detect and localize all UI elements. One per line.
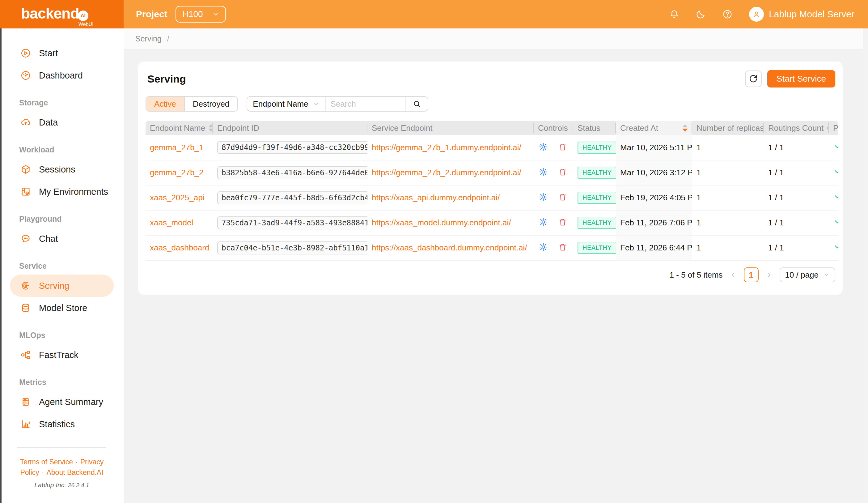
endpoint-delete-button[interactable] <box>557 192 568 202</box>
column-header-status: Status <box>573 121 616 135</box>
expand-row-icon[interactable] <box>833 243 838 251</box>
status-badge: HEALTHY <box>578 217 616 229</box>
endpoint-name-link[interactable]: gemma_27b_2 <box>150 168 203 177</box>
chevron-down-icon <box>313 101 320 107</box>
endpoint-delete-button[interactable] <box>557 167 568 177</box>
sidebar-item-dashboard[interactable]: Dashboard <box>10 64 114 86</box>
sidebar-group-metrics: Metrics <box>0 373 124 391</box>
next-page-button[interactable] <box>765 271 773 279</box>
sidebar-item-data[interactable]: Data <box>10 111 114 134</box>
endpoint-settings-button[interactable] <box>538 167 548 177</box>
endpoint-settings-button[interactable] <box>538 142 548 152</box>
chat-bubble-icon <box>20 234 31 244</box>
logo[interactable]: backend AI WebUI <box>0 0 124 29</box>
endpoint-id-value[interactable]: bca7c04e-b51e-4e3b-8982-abf5110a12d3 <box>217 242 368 255</box>
sidebar-item-label: Serving <box>39 281 69 291</box>
service-endpoint-link[interactable]: https://gemma_27b_1.dummy.endpoint.ai/ <box>372 143 521 152</box>
created-at-value: Feb 19, 2026 4:05 PM <box>620 193 692 202</box>
notifications-bell-icon[interactable] <box>665 5 683 23</box>
routings-value: 1 / 1 <box>768 243 784 252</box>
chevron-down-icon <box>824 272 830 278</box>
search-input[interactable] <box>326 97 406 111</box>
refresh-button[interactable] <box>745 71 762 87</box>
replicas-value: 1 <box>696 243 701 252</box>
service-endpoint-link[interactable]: https://xaas_model.dummy.endpoint.ai/ <box>372 218 511 227</box>
sidebar-group-service: Service <box>0 257 124 275</box>
endpoint-name-link[interactable]: xaas_model <box>150 218 193 227</box>
project-select[interactable]: H100 <box>176 6 226 23</box>
endpoint-delete-button[interactable] <box>557 242 568 252</box>
sidebar-nav: StartDashboardStorageDataWorkloadSession… <box>0 29 124 447</box>
trash-icon <box>558 167 567 176</box>
endpoint-name-link[interactable]: gemma_27b_1 <box>150 143 203 152</box>
layout-gear-icon <box>20 186 31 197</box>
help-icon[interactable] <box>718 5 737 23</box>
sidebar-item-label: Start <box>39 48 58 59</box>
search-icon <box>413 100 421 108</box>
logo-brand: backend <box>21 5 79 22</box>
endpoint-settings-button[interactable] <box>538 242 548 252</box>
service-endpoint-link[interactable]: https://gemma_27b_2.dummy.endpoint.ai/ <box>372 168 521 177</box>
expand-row-icon[interactable] <box>833 142 838 151</box>
avatar <box>749 7 764 22</box>
endpoint-id-value[interactable]: b3825b58-43e6-416a-b6e6-927644de0ca4 <box>217 166 368 179</box>
search-button[interactable] <box>405 97 428 111</box>
endpoint-settings-button[interactable] <box>538 192 548 202</box>
gear-icon <box>539 243 548 252</box>
table-row: xaas_model 735cda71-3ad9-44f9-a583-493e8… <box>146 210 838 235</box>
footer-link-separator: · <box>42 468 44 476</box>
footer-link-about-backend-ai[interactable]: About Backend.AI <box>46 468 103 476</box>
sidebar-item-label: Dashboard <box>39 71 83 81</box>
start-service-button[interactable]: Start Service <box>767 70 835 88</box>
prev-page-button[interactable] <box>730 271 737 279</box>
chevron-down-icon <box>212 11 219 18</box>
sidebar-item-serving[interactable]: Serving <box>10 275 114 297</box>
endpoint-name-link[interactable]: xaas_2025_api <box>150 193 204 202</box>
sidebar-item-model-store[interactable]: Model Store <box>10 297 114 319</box>
sidebar-item-label: Chat <box>39 234 58 244</box>
breadcrumb-item-serving[interactable]: Serving <box>135 34 162 43</box>
table-header-row: Endpoint Name Endpoint ID Service Endpoi… <box>146 121 838 135</box>
sidebar-item-statistics[interactable]: Statistics <box>10 413 114 435</box>
window-scrollbar[interactable] <box>863 29 868 503</box>
expand-row-icon[interactable] <box>833 192 838 201</box>
endpoint-id-value[interactable]: 87d9d4d9-f39f-49d6-a348-cc320cb99c24 <box>217 141 368 154</box>
endpoint-delete-button[interactable] <box>557 217 568 227</box>
page-size-value: 10 / page <box>785 270 818 280</box>
column-header-endpoint-name[interactable]: Endpoint Name <box>146 121 213 135</box>
info-icon[interactable] <box>827 124 829 132</box>
play-circle-icon <box>20 48 31 59</box>
sidebar-group-mlops: MLOps <box>0 327 124 344</box>
sidebar-item-agent-summary[interactable]: Agent Summary <box>10 391 114 413</box>
search-category-select[interactable]: Endpoint Name <box>247 97 325 111</box>
column-header-created-at[interactable]: Created At <box>616 121 692 135</box>
endpoint-id-value[interactable]: bea0fc79-777e-445f-b8d5-6f63d2cb4563 <box>217 191 368 204</box>
expand-row-icon[interactable] <box>833 167 838 176</box>
footer-link-terms-of-service[interactable]: Terms of Service <box>20 458 73 466</box>
endpoint-delete-button[interactable] <box>557 142 568 152</box>
status-badge: HEALTHY <box>578 142 616 154</box>
sidebar-item-fasttrack[interactable]: FastTrack <box>10 344 114 366</box>
dark-mode-moon-icon[interactable] <box>692 5 710 23</box>
flow-nodes-icon <box>20 350 31 360</box>
gear-icon <box>539 192 548 202</box>
user-menu[interactable]: Lablup Model Server <box>749 7 855 22</box>
tab-active[interactable]: Active <box>146 97 184 111</box>
expand-row-icon[interactable] <box>833 217 838 226</box>
service-endpoint-link[interactable]: https://xaas_dashboard.dummy.endpoint.ai… <box>372 243 527 252</box>
card-header: Serving Start Service <box>146 62 838 88</box>
sidebar-item-start[interactable]: Start <box>10 42 114 64</box>
pagination-summary: 1 - 5 of 5 items <box>670 270 723 280</box>
sidebar-item-my-environments[interactable]: My Environments <box>10 181 114 203</box>
status-badge: HEALTHY <box>578 167 616 179</box>
tab-destroyed[interactable]: Destroyed <box>184 97 238 111</box>
service-endpoint-link[interactable]: https://xaas_api.dummy.endpoint.ai/ <box>372 193 500 202</box>
page-number-button[interactable]: 1 <box>744 267 758 282</box>
endpoint-id-value[interactable]: 735cda71-3ad9-44f9-a583-493e888417e8 <box>217 216 368 229</box>
endpoint-name-link[interactable]: xaas_dashboard <box>150 243 209 252</box>
sidebar-item-chat[interactable]: Chat <box>10 227 114 250</box>
endpoint-settings-button[interactable] <box>538 217 548 227</box>
sidebar-item-sessions[interactable]: Sessions <box>10 158 114 181</box>
filter-row: Active Destroyed Endpoint Name <box>146 96 838 112</box>
page-size-select[interactable]: 10 / page <box>779 267 835 282</box>
